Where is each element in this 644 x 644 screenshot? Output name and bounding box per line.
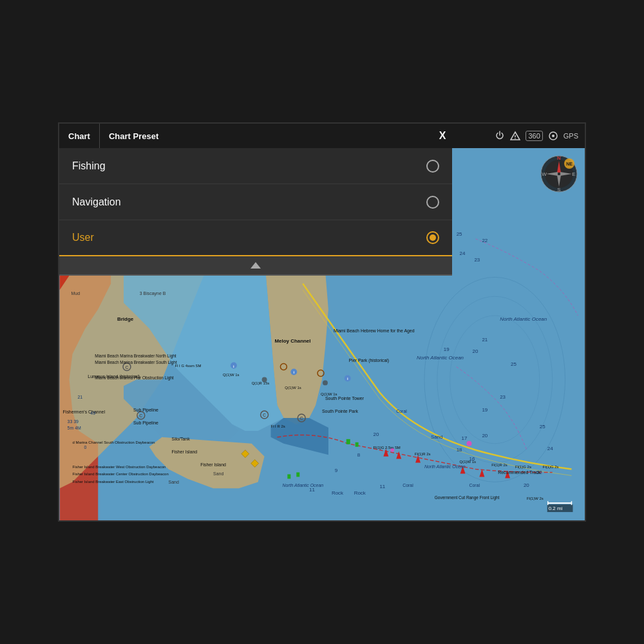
svg-text:24: 24	[460, 251, 466, 256]
svg-text:Q(1)R 15s: Q(1)R 15s	[252, 381, 269, 385]
svg-text:18: 18	[457, 447, 462, 453]
svg-text:North Atlantic Ocean: North Atlantic Ocean	[417, 355, 464, 361]
svg-text:Fl(1)G 2s: Fl(1)G 2s	[515, 465, 531, 469]
power-icon[interactable]	[495, 131, 505, 141]
svg-text:19: 19	[482, 407, 488, 413]
chevron-up-icon	[251, 262, 261, 269]
badge-360[interactable]: 360	[526, 131, 542, 141]
svg-text:N: N	[557, 155, 561, 161]
svg-text:3 Biscayne B: 3 Biscayne B	[140, 291, 166, 296]
svg-text:Miami Beach Marina Breakwater : Miami Beach Marina Breakwater North Ligh…	[95, 354, 176, 359]
preset-item-fishing[interactable]: Fishing	[59, 148, 452, 184]
svg-point-149	[515, 138, 516, 139]
preset-item-user[interactable]: User	[59, 220, 452, 256]
svg-text:25: 25	[540, 424, 545, 430]
svg-text:Q(1)W 1s: Q(1)W 1s	[223, 373, 239, 377]
svg-text:20: 20	[524, 482, 529, 488]
preset-navigation-radio[interactable]	[426, 196, 439, 209]
svg-text:Sand: Sand	[431, 434, 443, 440]
svg-text:Bridge: Bridge	[117, 316, 134, 322]
warning-icon[interactable]	[510, 131, 520, 141]
svg-text:Miami Beach Marina Breakwater : Miami Beach Marina Breakwater South Ligh…	[95, 360, 177, 365]
svg-text:Fl I G 4ssm SM: Fl I G 4ssm SM	[175, 364, 201, 368]
svg-text:22: 22	[482, 238, 488, 243]
svg-text:49: 49	[90, 411, 95, 415]
preset-item-navigation[interactable]: Navigation	[59, 184, 452, 220]
svg-rect-20	[296, 472, 299, 477]
svg-text:Fisher Island: Fisher Island	[172, 450, 198, 454]
svg-text:North Atlantic Ocean: North Atlantic Ocean	[282, 483, 323, 488]
svg-text:C: C	[300, 416, 303, 421]
svg-text:Pier Park (historical): Pier Park (historical)	[349, 358, 389, 363]
gps-label: GPS	[564, 132, 578, 140]
svg-text:25: 25	[457, 231, 462, 237]
svg-rect-19	[287, 474, 290, 478]
svg-text:20: 20	[472, 348, 478, 354]
svg-text:Coral: Coral	[469, 483, 480, 488]
svg-text:Fl I R 2s: Fl I R 2s	[271, 424, 285, 428]
svg-text:North Atlantic Ocean: North Atlantic Ocean	[500, 316, 547, 322]
svg-text:North Atlantic Ocean: North Atlantic Ocean	[424, 464, 466, 469]
svg-text:S: S	[557, 187, 560, 193]
svg-text:Recommended Track: Recommended Track	[498, 470, 540, 475]
svg-text:17: 17	[462, 435, 468, 441]
svg-text:Sand: Sand	[169, 480, 179, 484]
chart-label: Chart	[59, 124, 100, 148]
svg-text:5m 4M: 5m 4M	[68, 426, 81, 430]
preset-fishing-radio[interactable]	[426, 160, 439, 173]
svg-text:Fishermen's Channel: Fishermen's Channel	[63, 410, 106, 414]
svg-text:33 39: 33 39	[68, 419, 79, 424]
svg-text:C: C	[139, 413, 142, 418]
svg-text:Fl(1)W 2s: Fl(1)W 2s	[527, 497, 544, 500]
preset-user-label: User	[72, 232, 94, 243]
svg-text:Fisher Island Breakwater West : Fisher Island Breakwater West Obstructio…	[73, 465, 166, 469]
svg-text:Q(1)W 1s: Q(1)W 1s	[285, 386, 301, 390]
svg-text:Sand: Sand	[213, 471, 223, 476]
svg-text:South Pointe Tower: South Pointe Tower	[325, 396, 365, 401]
svg-text:0.2 mi: 0.2 mi	[549, 506, 563, 511]
svg-text:24: 24	[547, 446, 553, 451]
svg-text:Fisher Island Breakwater East : Fisher Island Breakwater East Obstructio…	[73, 480, 154, 484]
preset-fishing-label: Fishing	[72, 160, 106, 172]
svg-text:Coral: Coral	[396, 409, 407, 413]
preset-user-radio[interactable]	[426, 231, 439, 244]
preset-navigation-label: Navigation	[72, 196, 121, 208]
svg-point-151	[552, 135, 554, 137]
svg-text:Rock: Rock	[354, 490, 366, 496]
target-icon[interactable]	[548, 131, 558, 141]
svg-text:21: 21	[77, 395, 82, 399]
svg-text:23: 23	[474, 257, 480, 263]
svg-text:Fisher Island: Fisher Island	[200, 462, 226, 467]
svg-text:C: C	[125, 365, 128, 370]
dropdown-panel: Fishing Navigation User	[59, 148, 452, 276]
svg-text:Q(1)W 1s: Q(1)W 1s	[321, 392, 337, 396]
svg-text:Fl(1)G 2.5m SM: Fl(1)G 2.5m SM	[373, 446, 400, 450]
close-button[interactable]: X	[435, 129, 450, 143]
svg-rect-17	[346, 439, 350, 444]
svg-text:Miami Beach Hebrew Home for th: Miami Beach Hebrew Home for the Aged	[334, 328, 415, 334]
svg-text:8: 8	[357, 452, 361, 458]
svg-text:Meloy Channel: Meloy Channel	[274, 338, 310, 344]
svg-text:25: 25	[511, 361, 516, 367]
svg-text:Fl(1)R 2s: Fl(1)R 2s	[415, 452, 430, 456]
collapse-button[interactable]	[59, 256, 452, 274]
svg-point-34	[323, 380, 328, 385]
svg-point-29	[467, 441, 472, 446]
svg-text:0: 0	[84, 445, 86, 450]
svg-text:NE: NE	[566, 162, 573, 166]
svg-text:9: 9	[335, 468, 338, 473]
svg-text:Q(1)W 1s: Q(1)W 1s	[460, 460, 476, 464]
svg-text:Sub Pipeline: Sub Pipeline	[133, 421, 158, 426]
svg-text:Silo/Tank: Silo/Tank	[172, 437, 191, 441]
svg-text:Fl(1)G 2s: Fl(1)G 2s	[543, 465, 559, 469]
svg-text:Fl(1)R 2s: Fl(1)R 2s	[491, 463, 507, 467]
svg-text:South Pointe Park: South Pointe Park	[322, 409, 358, 413]
svg-text:E: E	[572, 171, 575, 177]
svg-text:11: 11	[309, 487, 315, 493]
svg-text:19: 19	[444, 346, 450, 352]
compass-widget: N S W E NE	[540, 155, 578, 193]
svg-text:Sub Pipeline: Sub Pipeline	[133, 408, 158, 413]
svg-text:20: 20	[482, 433, 488, 439]
svg-text:d Marina Channel South Obstruc: d Marina Channel South Obstruction Daybe…	[73, 440, 155, 444]
screen-wrapper: i i i C C C C 25 22 24 23 21 20 19 25 23	[58, 122, 586, 522]
